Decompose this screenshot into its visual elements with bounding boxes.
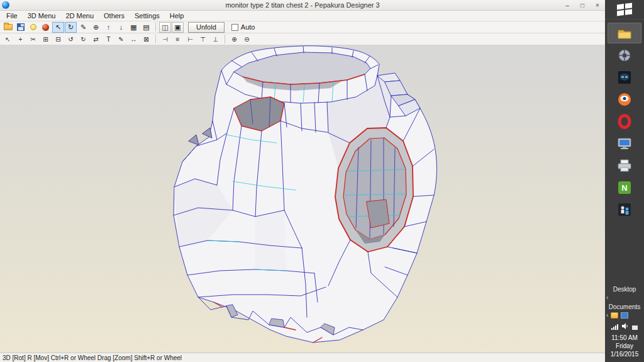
- auto-checkbox[interactable]: [231, 24, 238, 31]
- auto-unfold-group: Auto: [231, 23, 255, 31]
- menu-settings[interactable]: Settings: [130, 11, 165, 20]
- system-tray: [611, 319, 638, 332]
- layout-single-icon[interactable]: ▣: [172, 22, 184, 33]
- rotate-view-icon[interactable]: ↻: [65, 22, 77, 33]
- edit-pencil-icon[interactable]: ✎: [77, 22, 89, 33]
- rotate-cw-icon[interactable]: ↻: [77, 34, 89, 45]
- toolbar-main: ↖ ↻ ✎ ⊕ ↑ ↓ ▦ ▤ ◫ ▣ Unfold Auto: [0, 21, 605, 33]
- folder-glyph: [4, 24, 13, 30]
- file-explorer-icon[interactable]: [608, 23, 641, 43]
- menu-3d-menu[interactable]: 3D Menu: [23, 11, 61, 20]
- select-2d-icon[interactable]: ↖: [2, 34, 14, 45]
- mirror-icon[interactable]: ⇄: [90, 34, 102, 45]
- grid-view-icon[interactable]: ▦: [128, 22, 140, 33]
- scissors-icon[interactable]: ✂: [27, 34, 39, 45]
- documents-expand-row: ‹: [605, 312, 644, 319]
- taskbar-apps: N: [608, 23, 641, 220]
- menu-2d-menu[interactable]: 2D Menu: [60, 11, 99, 20]
- unfold-button[interactable]: Unfold: [188, 22, 225, 33]
- menubar: File 3D Menu 2D Menu Others Settings Hel…: [0, 11, 605, 21]
- window-controls: – □ ×: [560, 1, 605, 10]
- mask-game-icon[interactable]: [608, 67, 641, 88]
- mini-display-icon[interactable]: [621, 312, 628, 319]
- windows-taskbar: N Desktop ‹ Documents ‹ 11:50: [605, 0, 644, 362]
- toolbar-separator: [155, 23, 156, 31]
- align-right-icon[interactable]: ⊢: [184, 34, 196, 45]
- wheel-app-icon[interactable]: [608, 45, 641, 65]
- clock-time: 11:50 AM: [611, 334, 639, 342]
- text-tool-icon[interactable]: T: [103, 34, 114, 45]
- flap-down-icon[interactable]: ↓: [115, 22, 127, 33]
- model-3d-canvas[interactable]: [0, 45, 605, 353]
- desktop-expand-row: ‹: [605, 294, 644, 302]
- start-button[interactable]: [605, 0, 644, 20]
- svg-text:N: N: [621, 183, 627, 193]
- overlap-check-icon[interactable]: ⊠: [140, 34, 152, 45]
- statusbar: 3D [Rot] R [Mov] Ctrl+R or Wheel Drag [Z…: [0, 353, 605, 362]
- taskbar-toolbars: Desktop ‹ Documents ‹ 11:50 AM Friday 1/…: [605, 284, 644, 362]
- align-left-icon[interactable]: ⊣: [159, 34, 171, 45]
- open-file-icon[interactable]: [2, 22, 14, 33]
- toolbar-separator: [155, 35, 156, 43]
- align-bottom-icon[interactable]: ⊥: [209, 34, 221, 45]
- speaker-icon[interactable]: [621, 322, 629, 330]
- zoom-in-icon[interactable]: ⊕: [228, 34, 240, 45]
- mini-folder-icon[interactable]: [611, 312, 618, 319]
- align-top-icon[interactable]: ⊤: [197, 34, 209, 45]
- draw-tool-icon[interactable]: ✎: [115, 34, 127, 45]
- light-bulb-icon[interactable]: [27, 22, 39, 33]
- auto-label: Auto: [241, 23, 255, 31]
- rotate-ccw-icon[interactable]: ↺: [65, 34, 77, 45]
- toolbar-separator: [225, 35, 225, 43]
- screen: monitor type 2 titan chest 2 - Pepakura …: [0, 0, 644, 362]
- clock-date: 1/16/2015: [611, 350, 639, 358]
- layout-both-icon[interactable]: ◫: [159, 22, 171, 33]
- divide-edge-icon[interactable]: ⊟: [52, 34, 64, 45]
- maximize-button[interactable]: □: [575, 1, 590, 10]
- move-part-icon[interactable]: +: [14, 34, 26, 45]
- network-signal-icon[interactable]: [611, 324, 618, 330]
- opera-icon[interactable]: [608, 111, 641, 132]
- join-edge-icon[interactable]: ⊞: [40, 34, 52, 45]
- touch-keyboard-icon[interactable]: [632, 325, 638, 330]
- window-title: monitor type 2 titan chest 2 - Pepakura …: [0, 1, 605, 9]
- taskbar-clock[interactable]: 11:50 AM Friday 1/16/2015: [611, 332, 639, 362]
- bulb-glyph: [30, 24, 36, 30]
- menu-help[interactable]: Help: [165, 11, 189, 20]
- blender-icon[interactable]: [608, 89, 641, 110]
- list-view-icon[interactable]: ▤: [140, 22, 152, 33]
- select-tool-icon[interactable]: ↖: [52, 22, 64, 33]
- clock-day: Friday: [611, 342, 639, 350]
- sphere-glyph: [42, 24, 49, 31]
- menu-others[interactable]: Others: [99, 11, 130, 20]
- figures-game-icon[interactable]: [608, 199, 641, 220]
- green-app-icon[interactable]: N: [608, 177, 641, 198]
- chevron-left-icon[interactable]: ‹: [606, 295, 608, 301]
- minimize-button[interactable]: –: [560, 1, 575, 10]
- flap-up-icon[interactable]: ↑: [103, 22, 114, 33]
- status-text: 3D [Rot] R [Mov] Ctrl+R or Wheel Drag [Z…: [3, 354, 182, 361]
- close-button[interactable]: ×: [590, 1, 605, 10]
- zoom-out-icon[interactable]: ⊖: [241, 34, 253, 45]
- measure-icon[interactable]: ↔: [128, 34, 140, 45]
- floppy-glyph: [17, 23, 25, 31]
- menu-file[interactable]: File: [1, 11, 23, 20]
- computer-icon[interactable]: [608, 133, 641, 154]
- anchor-icon[interactable]: ⊕: [90, 22, 102, 33]
- toolbar-2d: ↖ + ✂ ⊞ ⊟ ↺ ↻ ⇄ T ✎ ↔ ⊠ ⊣ ≡ ⊢ ⊤ ⊥ ⊕ ⊖: [0, 33, 605, 45]
- documents-toolbar[interactable]: Documents: [605, 302, 644, 312]
- windows-logo-icon: [617, 3, 632, 16]
- viewport-3d[interactable]: [0, 45, 605, 353]
- chevron-left-icon[interactable]: ‹: [606, 312, 608, 319]
- align-center-icon[interactable]: ≡: [172, 34, 184, 45]
- material-sphere-icon[interactable]: [40, 22, 52, 33]
- desktop-toolbar[interactable]: Desktop: [605, 284, 644, 294]
- titlebar: monitor type 2 titan chest 2 - Pepakura …: [0, 0, 605, 11]
- pepakura-window: monitor type 2 titan chest 2 - Pepakura …: [0, 0, 605, 362]
- save-file-icon[interactable]: [14, 22, 26, 33]
- printer-icon[interactable]: [608, 155, 641, 176]
